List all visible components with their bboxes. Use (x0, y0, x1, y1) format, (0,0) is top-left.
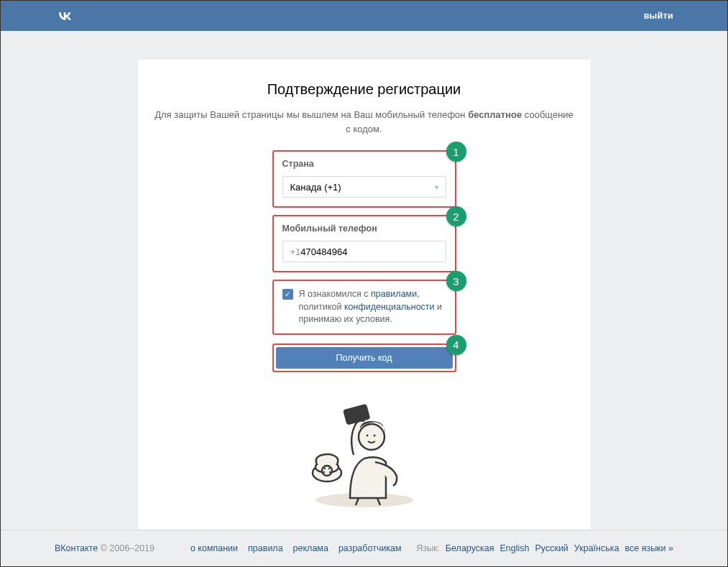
country-label: Страна (282, 159, 446, 169)
footer-ads-link[interactable]: реклама (293, 543, 328, 553)
terms-checkbox[interactable]: ✓ (282, 289, 293, 300)
svg-point-3 (322, 466, 332, 476)
svg-point-9 (366, 434, 368, 436)
phone-field-group: 2 Мобильный телефон +1470484964 (272, 215, 456, 272)
get-code-button[interactable]: Получить код (276, 347, 453, 369)
phone-input[interactable]: +1470484964 (282, 241, 446, 262)
phone-prefix: +1 (290, 246, 301, 257)
lang-belarusian[interactable]: Беларуская (446, 543, 494, 553)
vk-logo[interactable] (55, 9, 75, 23)
footer-about-link[interactable]: о компании (190, 543, 238, 553)
page-subtitle: Для защиты Вашей страницы мы вышлем на В… (152, 108, 576, 136)
footer-links: о компании правила реклама разработчикам (190, 543, 416, 553)
lang-english[interactable]: English (499, 543, 529, 553)
phone-value: 470484964 (300, 246, 347, 257)
logout-link[interactable]: выйти (644, 11, 673, 21)
country-field-group: 1 Страна Канада (+1) ▾ (272, 150, 456, 208)
page-title: Подтверждение регистрации (152, 81, 576, 98)
country-select[interactable]: Канада (+1) ▾ (282, 176, 446, 198)
rules-link[interactable]: правилами (371, 289, 417, 299)
annotation-badge-1: 1 (446, 142, 466, 162)
terms-checkbox-group: 3 ✓ Я ознакомился с правилами, политикой… (272, 280, 456, 335)
footer-languages: Язык: Беларуская English Русский Українс… (416, 543, 673, 553)
annotation-badge-2: 2 (446, 206, 466, 226)
header-bar: выйти (1, 1, 727, 31)
content-area: Подтверждение регистрации Для защиты Ваш… (1, 31, 727, 559)
svg-point-7 (328, 471, 330, 472)
illustration: 1234 (300, 394, 429, 509)
annotation-badge-4: 4 (446, 335, 466, 355)
checkmark-icon: ✓ (285, 291, 290, 298)
lang-all[interactable]: все языки » (625, 543, 673, 553)
phone-label: Мобильный телефон (282, 223, 446, 234)
privacy-link[interactable]: конфиденциальности (344, 302, 435, 312)
annotation-badge-3: 3 (446, 271, 466, 291)
terms-text: Я ознакомился с правилами, политикой кон… (299, 288, 446, 326)
svg-point-8 (359, 424, 384, 450)
form: 1 Страна Канада (+1) ▾ 2 Мобильный телеф… (272, 150, 456, 372)
footer-dev-link[interactable]: разработчикам (338, 543, 402, 553)
svg-point-10 (373, 434, 375, 436)
chevron-down-icon: ▾ (435, 183, 438, 191)
language-label: Язык: (416, 543, 440, 553)
svg-point-5 (328, 467, 329, 469)
footer-brand-link[interactable]: ВКонтакте (55, 543, 98, 553)
footer-brand: ВКонтакте © 2006–2019 (55, 543, 155, 553)
lang-russian[interactable]: Русский (535, 543, 568, 553)
country-value: Канада (+1) (290, 182, 341, 193)
svg-point-6 (323, 471, 324, 472)
registration-panel: Подтверждение регистрации Для защиты Ваш… (138, 60, 591, 530)
svg-point-4 (323, 467, 325, 469)
submit-wrap: 4 Получить код (272, 344, 456, 372)
footer: ВКонтакте © 2006–2019 о компании правила… (1, 530, 727, 566)
lang-ukrainian[interactable]: Українська (574, 543, 619, 553)
footer-rules-link[interactable]: правила (248, 543, 283, 553)
